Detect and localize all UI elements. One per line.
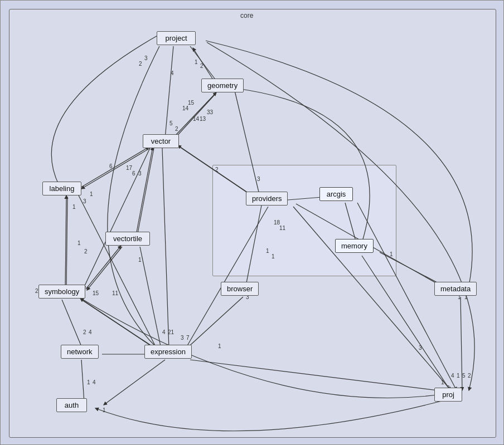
node-proj[interactable]: proj xyxy=(434,388,462,402)
node-symbology[interactable]: symbology xyxy=(38,285,85,299)
diagram-container: core xyxy=(0,0,504,445)
node-labeling[interactable]: labeling xyxy=(42,182,81,195)
node-arcgis[interactable]: arcgis xyxy=(319,187,353,201)
node-vectortile[interactable]: vectortile xyxy=(105,232,150,246)
node-project[interactable]: project xyxy=(157,31,196,45)
node-vector[interactable]: vector xyxy=(143,134,179,148)
node-expression[interactable]: expression xyxy=(144,345,192,359)
node-metadata[interactable]: metadata xyxy=(434,282,477,296)
node-network[interactable]: network xyxy=(61,345,99,359)
diagram-title: core xyxy=(240,12,253,19)
node-geometry[interactable]: geometry xyxy=(201,79,244,92)
node-auth[interactable]: auth xyxy=(56,398,87,412)
node-browser[interactable]: browser xyxy=(221,282,259,296)
node-providers[interactable]: providers xyxy=(246,192,288,206)
node-memory[interactable]: memory xyxy=(335,239,374,253)
providers-box xyxy=(212,165,396,276)
